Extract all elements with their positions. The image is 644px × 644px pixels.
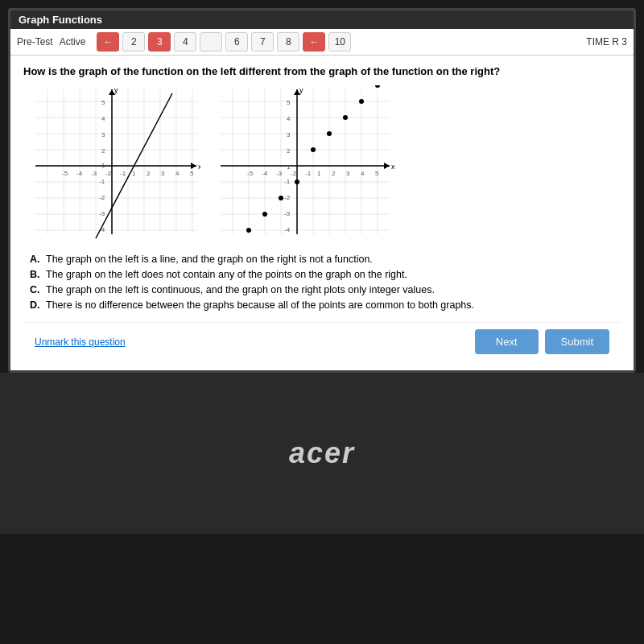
choice-text-a: The graph on the left is a line, and the… — [46, 254, 373, 265]
answer-choice-b[interactable]: B. The graph on the left does not contai… — [30, 269, 614, 280]
svg-text:-3: -3 — [284, 210, 291, 217]
page-title: Graph Functions — [19, 14, 102, 26]
svg-text:x: x — [198, 163, 200, 171]
svg-text:-1: -1 — [120, 170, 126, 177]
svg-text:4: 4 — [287, 115, 291, 122]
svg-text:-4: -4 — [262, 170, 268, 177]
svg-text:3: 3 — [346, 170, 350, 177]
back-arrow-btn[interactable]: ← — [97, 32, 119, 52]
svg-text:y: y — [114, 86, 118, 94]
svg-text:-2: -2 — [105, 170, 112, 177]
svg-text:2: 2 — [287, 147, 291, 155]
svg-text:1: 1 — [287, 163, 291, 171]
choice-text-b: The graph on the left does not contain a… — [46, 269, 407, 280]
svg-marker-66 — [384, 163, 390, 169]
svg-point-91 — [327, 131, 332, 136]
svg-text:-4: -4 — [284, 226, 291, 233]
right-graph: x y -5 -4 -3 -2 -1 1 2 3 4 5 5 4 3 — [217, 85, 402, 242]
page-6-btn[interactable]: 6 — [225, 32, 248, 52]
svg-text:-5: -5 — [247, 170, 254, 177]
svg-point-92 — [311, 147, 316, 152]
svg-text:1: 1 — [132, 170, 136, 177]
svg-point-94 — [279, 196, 283, 200]
svg-text:4: 4 — [101, 115, 105, 122]
title-bar: Graph Functions — [10, 10, 634, 29]
next-button[interactable]: Next — [475, 329, 539, 354]
graphs-container: x y -5 -4 -3 -2 -1 1 2 3 4 5 5 4 3 — [23, 85, 621, 242]
choice-text-c: The graph on the left is continuous, and… — [46, 284, 435, 295]
forward-arrow-btn[interactable]: ← — [303, 32, 325, 52]
laptop-screen: Graph Functions Pre-Test Active ← 2 3 4 … — [8, 8, 636, 373]
svg-text:x: x — [391, 163, 395, 171]
svg-text:-3: -3 — [91, 170, 97, 177]
laptop-bottom: acer — [0, 373, 644, 534]
page-5-btn[interactable] — [200, 32, 222, 52]
svg-text:-4: -4 — [76, 170, 83, 177]
bottom-bar: Unmark this question Next Submit — [23, 322, 621, 361]
answer-choice-d[interactable]: D. There is no difference between the gr… — [30, 299, 614, 311]
svg-text:-2: -2 — [99, 194, 105, 201]
svg-text:-1: -1 — [99, 178, 105, 185]
svg-text:-2: -2 — [291, 170, 297, 177]
svg-text:1: 1 — [101, 162, 105, 169]
svg-text:y: y — [299, 86, 303, 94]
svg-text:3: 3 — [161, 170, 165, 177]
svg-text:2: 2 — [101, 147, 105, 155]
answer-choices: A. The graph on the left is a line, and … — [23, 254, 621, 311]
svg-text:4: 4 — [175, 170, 180, 177]
answer-choice-a[interactable]: A. The graph on the left is a line, and … — [30, 254, 614, 265]
svg-text:2: 2 — [332, 170, 336, 177]
svg-text:-5: -5 — [62, 170, 68, 177]
time-label: TIME R — [586, 36, 619, 47]
choice-letter-d: D. — [30, 299, 41, 311]
svg-text:-1: -1 — [284, 178, 291, 185]
choice-letter-c: C. — [30, 284, 41, 295]
answer-choice-c[interactable]: C. The graph on the left is continuous, … — [30, 284, 614, 295]
left-graph: x y -5 -4 -3 -2 -1 1 2 3 4 5 5 4 3 — [31, 85, 200, 242]
page-10-btn[interactable]: 10 — [328, 32, 351, 52]
svg-text:-1: -1 — [305, 170, 312, 177]
main-content: How is the graph of the function on the … — [10, 56, 634, 370]
page-7-btn[interactable]: 7 — [251, 32, 274, 52]
choice-letter-b: B. — [30, 269, 41, 280]
pretest-label: Pre-Test — [17, 36, 53, 47]
svg-text:5: 5 — [190, 170, 194, 177]
page-8-btn[interactable]: 8 — [277, 32, 299, 52]
svg-marker-21 — [191, 163, 196, 169]
page-4-btn[interactable]: 4 — [174, 32, 196, 52]
svg-point-96 — [375, 85, 380, 88]
active-label: Active — [60, 36, 86, 47]
svg-text:4: 4 — [361, 170, 365, 177]
svg-text:2: 2 — [147, 170, 151, 177]
svg-point-95 — [262, 212, 267, 217]
svg-point-93 — [295, 180, 299, 184]
submit-button[interactable]: Submit — [545, 329, 609, 354]
svg-text:3: 3 — [101, 131, 105, 138]
svg-point-97 — [246, 228, 251, 233]
svg-text:-3: -3 — [276, 170, 283, 177]
svg-text:5: 5 — [287, 99, 291, 106]
svg-point-90 — [343, 115, 348, 120]
left-graph-svg: x y -5 -4 -3 -2 -1 1 2 3 4 5 5 4 3 — [31, 85, 200, 242]
svg-text:-2: -2 — [284, 194, 291, 201]
action-buttons: Next Submit — [475, 329, 609, 354]
right-graph-svg: x y -5 -4 -3 -2 -1 1 2 3 4 5 5 4 3 — [217, 85, 402, 242]
svg-text:5: 5 — [375, 170, 379, 177]
question-text: How is the graph of the function on the … — [23, 65, 621, 77]
svg-text:3: 3 — [287, 131, 291, 138]
time-value: 3 — [621, 36, 627, 47]
time-display: TIME R 3 — [586, 36, 627, 47]
svg-point-89 — [359, 99, 364, 104]
svg-text:5: 5 — [101, 99, 105, 106]
choice-text-d: There is no difference between the graph… — [46, 299, 474, 311]
brand-logo: acer — [289, 436, 355, 470]
page-3-btn[interactable]: 3 — [148, 32, 171, 52]
top-nav: Pre-Test Active ← 2 3 4 6 7 8 ← 10 TIME … — [10, 29, 634, 56]
svg-text:1: 1 — [317, 170, 321, 177]
svg-text:-3: -3 — [99, 210, 105, 217]
page-2-btn[interactable]: 2 — [122, 32, 145, 52]
unmark-question-link[interactable]: Unmark this question — [35, 336, 126, 348]
choice-letter-a: A. — [30, 254, 41, 265]
